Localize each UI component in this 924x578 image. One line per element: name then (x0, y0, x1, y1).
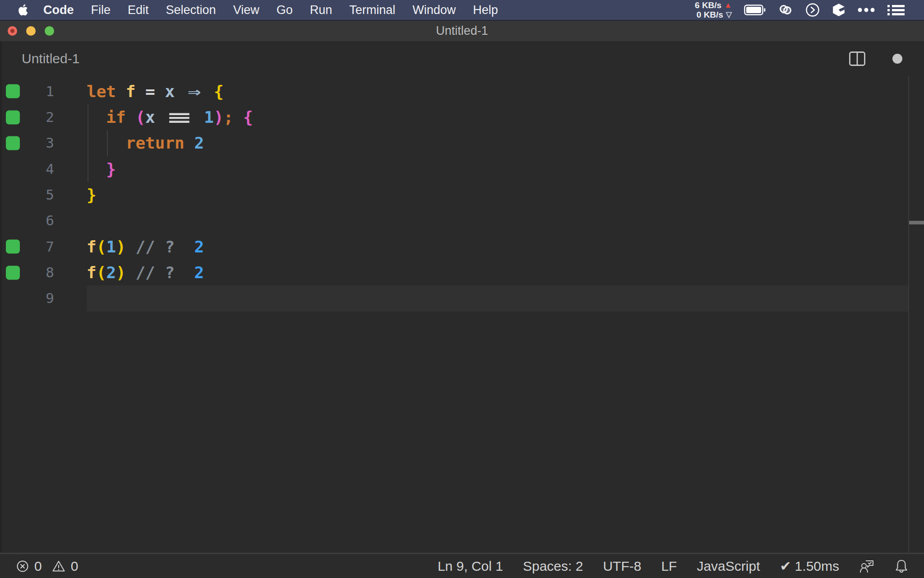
menubar-menus: CodeFileEditSelectionViewGoRunTerminalWi… (0, 3, 507, 17)
list-icon[interactable] (887, 4, 905, 16)
editor-tab-title[interactable]: Untitled-1 (22, 41, 79, 76)
code-line-content: let f = x ⇒ { (87, 79, 224, 104)
code-token: } (106, 160, 116, 178)
code-token: ( (97, 238, 106, 256)
code-token: 1 (106, 238, 116, 256)
code-line-5[interactable]: 5} (0, 182, 924, 208)
code-token: ( (97, 263, 106, 282)
status-indentation[interactable]: Spaces: 2 (523, 559, 583, 574)
menubar: CodeFileEditSelectionViewGoRunTerminalWi… (0, 0, 924, 21)
code-token: f (87, 263, 97, 282)
code-token (116, 82, 126, 101)
code-token: ⇒ (181, 79, 208, 104)
terminal-circle-icon[interactable] (805, 3, 820, 17)
battery-icon[interactable] (744, 5, 766, 15)
code-token (126, 108, 136, 126)
code-line-3[interactable]: 3 return 2 (0, 130, 924, 156)
line-number: 5 (0, 182, 54, 208)
statusbar: 0 0 Ln 9, Col 1Spaces: 2UTF-8LFJavaScrip… (0, 553, 924, 578)
menu-terminal[interactable]: Terminal (341, 3, 404, 17)
code-token: ? (165, 263, 175, 282)
code-token: ? (165, 238, 175, 256)
code-token: if (106, 108, 125, 126)
code-token: // (135, 263, 155, 282)
bell-icon[interactable] (894, 559, 909, 574)
code-line-4[interactable]: 4 } (0, 156, 924, 182)
code-editor[interactable]: 1let f = x ⇒ {2 if (x ≡ 1); {3 return 24… (0, 76, 924, 553)
code-token: 2 (106, 263, 116, 282)
code-token (155, 82, 165, 101)
code-line-8[interactable]: 8f(2) // ? 2 (0, 260, 924, 285)
quokka-time: 1.50ms (795, 559, 839, 574)
code-line-content: return 2 (87, 130, 204, 156)
network-speed[interactable]: 6 KB/s ▲ 0 KB/s ▽ (695, 0, 732, 19)
line-number: 3 (0, 130, 54, 156)
status-language-mode[interactable]: JavaScript (697, 559, 760, 574)
warning-icon (52, 560, 65, 573)
menu-selection[interactable]: Selection (157, 3, 225, 17)
quokka-status[interactable]: ✔ 1.50ms (780, 558, 839, 574)
window-title: Untitled-1 (0, 21, 924, 41)
code-line-6[interactable]: 6 (0, 208, 924, 233)
network-up-arrow-icon: ▲ (724, 0, 732, 10)
menu-edit[interactable]: Edit (119, 3, 157, 17)
code-token: ; (224, 108, 234, 126)
code-token: = (145, 82, 155, 101)
overview-ruler-cursor-mark (909, 221, 924, 224)
status-cursor-position[interactable]: Ln 9, Col 1 (438, 559, 503, 574)
code-token (135, 82, 145, 101)
code-token: f (126, 82, 136, 101)
statusbar-right: Ln 9, Col 1Spaces: 2UTF-8LFJavaScript ✔ … (438, 558, 924, 574)
screen: CodeFileEditSelectionViewGoRunTerminalWi… (0, 0, 924, 578)
split-editor-icon[interactable] (849, 51, 865, 66)
code-line-2[interactable]: 2 if (x ≡ 1); { (0, 104, 924, 130)
code-token (87, 160, 106, 178)
line-number: 6 (0, 208, 54, 233)
line-number: 8 (0, 260, 54, 285)
overview-ruler (908, 76, 909, 553)
code-token: ≡ (144, 103, 215, 131)
code-token: { (214, 82, 224, 101)
code-token: 2 (194, 134, 204, 152)
code-token: ) (116, 238, 126, 256)
code-line-9[interactable]: 9 (0, 285, 924, 311)
unsaved-changes-dot[interactable] (892, 54, 902, 64)
menu-go[interactable]: Go (268, 3, 301, 17)
code-token (87, 134, 126, 152)
code-token (185, 134, 194, 152)
code-line-7[interactable]: 7f(1) // ? 2 (0, 234, 924, 260)
menu-file[interactable]: File (83, 3, 120, 17)
code-token (233, 108, 243, 126)
problems-status[interactable]: 0 0 (0, 559, 83, 574)
code-token: ) (214, 108, 224, 126)
code-token (175, 238, 194, 256)
feedback-icon[interactable] (859, 559, 874, 573)
status-eol[interactable]: LF (661, 559, 677, 574)
vscode-window: Untitled-1 1let f = x ⇒ {2 if (x ≡ 1); {… (0, 41, 924, 578)
cube-icon[interactable] (832, 3, 845, 17)
network-down-value: 0 KB/s (697, 10, 723, 19)
menu-help[interactable]: Help (464, 3, 507, 17)
line-number: 7 (0, 234, 54, 260)
code-token: { (243, 108, 253, 126)
code-token: 2 (194, 238, 204, 256)
code-token: f (87, 238, 97, 256)
menu-run[interactable]: Run (301, 3, 341, 17)
code-token (87, 108, 106, 126)
check-icon: ✔ (780, 558, 791, 574)
menu-window[interactable]: Window (404, 3, 464, 17)
menu-view[interactable]: View (225, 3, 268, 17)
linked-rings-icon[interactable] (778, 3, 793, 17)
code-token (126, 263, 136, 282)
status-encoding[interactable]: UTF-8 (603, 559, 641, 574)
network-up-value: 6 KB/s (695, 0, 721, 10)
code-token: // (135, 238, 155, 256)
code-line-1[interactable]: 1let f = x ⇒ { (0, 79, 924, 104)
menu-code[interactable]: Code (35, 3, 83, 17)
titlebar[interactable]: Untitled-1 (0, 21, 924, 41)
code-token: let (87, 82, 116, 101)
error-count: 0 (34, 559, 42, 574)
apple-logo-icon (17, 3, 28, 17)
apple-menu[interactable] (17, 3, 28, 17)
ellipsis-icon[interactable] (858, 8, 875, 12)
